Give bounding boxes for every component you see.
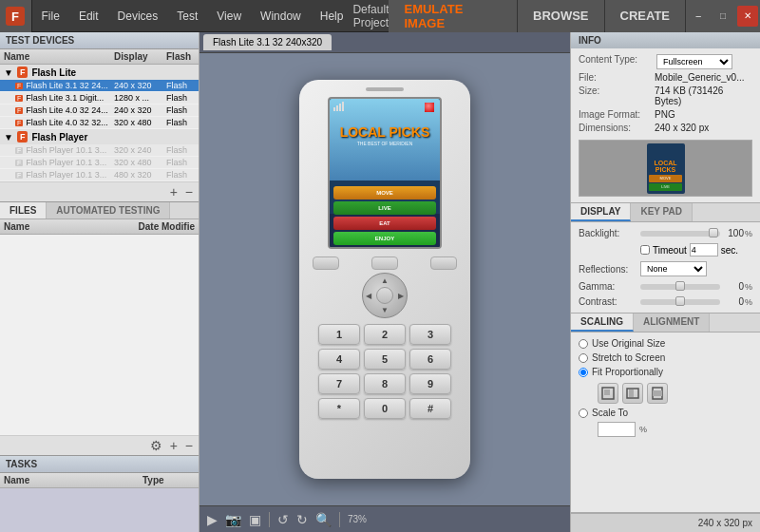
backlight-slider[interactable] <box>640 231 720 237</box>
alignment-tab[interactable]: ALIGNMENT <box>634 314 710 332</box>
info-section: INFO Content Type: Fullscreen File: Mobi… <box>571 32 760 203</box>
remove-device-button[interactable]: − <box>183 184 195 200</box>
device-flash-lite-4[interactable]: F Flash Lite 4.0 32 32... 320 x 480 Flas… <box>0 117 199 129</box>
gamma-thumb[interactable] <box>675 281 685 291</box>
phone-screen: LOCAL PICKS THE BEST OF MERIDIEN MOVE LI… <box>328 97 442 249</box>
timeout-checkbox[interactable] <box>640 245 650 255</box>
rotate-right-icon[interactable]: ↻ <box>296 512 308 527</box>
info-header: INFO <box>571 32 760 48</box>
contrast-thumb[interactable] <box>675 296 685 306</box>
menu-window[interactable]: Window <box>251 0 311 32</box>
timeout-row: Timeout sec. <box>579 243 752 256</box>
key-3[interactable]: 3 <box>409 324 451 345</box>
contrast-slider[interactable] <box>640 299 720 305</box>
active-device-tab[interactable]: Flash Lite 3.1 32 240x320 <box>203 34 332 50</box>
key-6[interactable]: 6 <box>409 349 451 370</box>
soft-key-middle[interactable] <box>371 256 398 270</box>
backlight-row: Backlight: 100 % <box>579 228 752 238</box>
nav-left[interactable]: ◀ <box>366 292 371 300</box>
menu-help[interactable]: Help <box>311 0 353 32</box>
key-0[interactable]: 0 <box>364 398 406 419</box>
nav-circle[interactable]: ▲ ▼ ◀ ▶ <box>362 273 408 318</box>
timeout-label: Timeout <box>653 245 687 256</box>
tasks-col-header: Name Type <box>0 473 199 488</box>
key-1[interactable]: 1 <box>318 324 360 345</box>
key-2[interactable]: 2 <box>364 324 406 345</box>
zoom-out-icon[interactable]: 🔍 <box>315 512 332 527</box>
file-label: File: <box>579 72 655 83</box>
scaling-section: SCALING ALIGNMENT Use Original Size Stre… <box>571 314 760 513</box>
files-tab[interactable]: FILES <box>0 202 47 218</box>
col-display-header: Display <box>114 51 166 62</box>
close-button[interactable]: ✕ <box>737 6 758 27</box>
soft-key-left[interactable] <box>313 256 339 270</box>
device-flash-lite-2[interactable]: F Flash Lite 3.1 Digit... 1280 x ... Fla… <box>0 92 199 104</box>
screen-icon-btn[interactable]: ▣ <box>249 512 261 527</box>
display-tab[interactable]: DISPLAY <box>571 203 631 221</box>
tasks-section: TASKS Name Type <box>0 456 199 532</box>
gamma-slider[interactable] <box>640 284 720 290</box>
keypad-tab[interactable]: KEY PAD <box>631 203 693 221</box>
soft-key-right[interactable] <box>430 256 457 270</box>
scale-to-input[interactable] <box>598 422 636 437</box>
browse-button[interactable]: BROWSE <box>518 0 605 32</box>
key-7[interactable]: 7 <box>318 373 360 394</box>
create-button[interactable]: CREATE <box>605 0 686 32</box>
key-hash[interactable]: # <box>409 398 451 419</box>
content-type-select[interactable]: Fullscreen <box>656 54 732 69</box>
device-flash-player-2[interactable]: F Flash Player 10.1 3... 320 x 480 Flash <box>0 157 199 169</box>
device-flash-lite-3[interactable]: F Flash Lite 4.0 32 24... 240 x 320 Flas… <box>0 104 199 117</box>
menu-test[interactable]: Test <box>167 0 207 32</box>
maximize-button[interactable]: □ <box>712 6 733 27</box>
radio-original[interactable] <box>579 339 588 349</box>
files-remove-button[interactable]: − <box>183 438 195 453</box>
device-list: ▼ F Flash Lite F Flash Lite 3.1 32 24...… <box>0 65 199 181</box>
flash-player-group[interactable]: ▼ F Flash Player <box>0 129 199 144</box>
nav-right[interactable]: ▶ <box>398 292 404 300</box>
device-display-area: LOCAL PICKS THE BEST OF MERIDIEN MOVE LI… <box>200 53 570 505</box>
timeout-input[interactable] <box>690 243 718 256</box>
gamma-row: Gamma: 0 % <box>579 281 752 292</box>
key-4[interactable]: 4 <box>318 349 360 370</box>
menu-file[interactable]: File <box>32 0 69 32</box>
rotate-left-icon[interactable]: ↺ <box>277 512 289 527</box>
minimize-button[interactable]: ‒ <box>688 6 709 27</box>
reflections-select[interactable]: None <box>640 261 707 276</box>
camera-icon[interactable]: 📷 <box>225 512 241 527</box>
files-list <box>0 235 199 435</box>
add-device-button[interactable]: + <box>168 184 180 200</box>
image-format-label: Image Format: <box>579 109 655 120</box>
key-5[interactable]: 5 <box>364 349 406 370</box>
nav-up[interactable]: ▲ <box>381 276 389 285</box>
files-settings-button[interactable]: ⚙ <box>148 438 164 453</box>
key-star[interactable]: * <box>318 398 360 419</box>
scaling-tab[interactable]: SCALING <box>571 314 634 332</box>
auto-testing-tab[interactable]: AUTOMATED TESTING <box>47 202 170 218</box>
radio-proportional[interactable] <box>579 368 588 377</box>
nav-center-button[interactable] <box>376 287 393 304</box>
key-8[interactable]: 8 <box>364 373 406 394</box>
svg-text:F: F <box>11 10 19 24</box>
device-flash-player-3[interactable]: F Flash Player 10.1 3... 480 x 320 Flash <box>0 169 199 181</box>
backlight-thumb[interactable] <box>709 228 718 238</box>
menu-edit[interactable]: Edit <box>69 0 108 32</box>
reflections-row: Reflections: None <box>579 261 752 276</box>
backlight-value: 100 <box>720 228 744 238</box>
device-flash-lite-1[interactable]: F Flash Lite 3.1 32 24... 240 x 320 Flas… <box>0 80 199 92</box>
play-icon[interactable]: ▶ <box>207 512 218 527</box>
device-flash-player-1[interactable]: F Flash Player 10.1 3... 320 x 240 Flash <box>0 144 199 157</box>
files-add-button[interactable]: + <box>168 438 180 453</box>
scale-icon-1[interactable] <box>598 383 618 404</box>
scale-icon-3[interactable] <box>647 383 668 404</box>
key-9[interactable]: 9 <box>409 373 451 394</box>
radio-scaleto[interactable] <box>579 408 588 418</box>
emulate-image-button[interactable]: EMULATE IMAGE <box>389 0 518 32</box>
scale-to-input-row: % <box>579 422 752 437</box>
radio-stretch[interactable] <box>579 353 588 363</box>
flash-lite-group[interactable]: ▼ F Flash Lite <box>0 65 199 80</box>
menu-view[interactable]: View <box>207 0 251 32</box>
nav-down[interactable]: ▼ <box>381 306 389 314</box>
nav-pad[interactable]: ▲ ▼ ◀ ▶ <box>362 273 408 318</box>
menu-devices[interactable]: Devices <box>108 0 168 32</box>
scale-icon-2[interactable] <box>622 383 643 404</box>
